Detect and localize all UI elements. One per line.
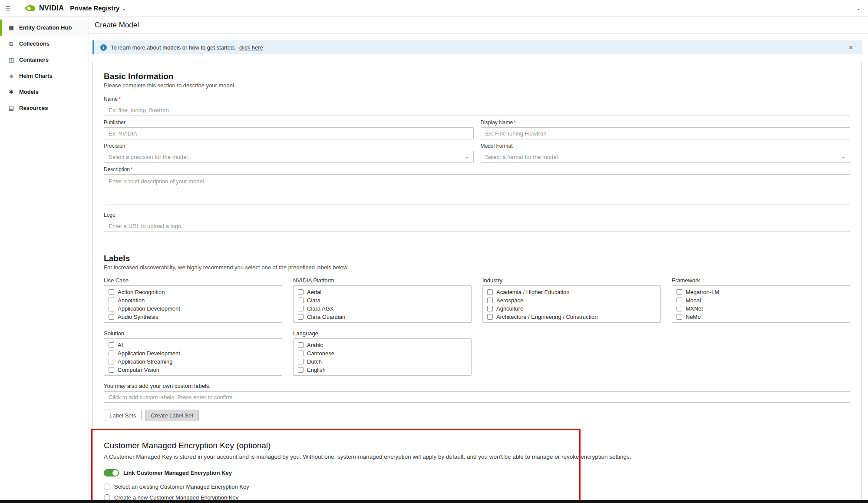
sidebar-item-label: Containers — [19, 56, 49, 63]
cmek-toggle[interactable] — [104, 469, 119, 477]
checkbox-icon[interactable] — [298, 351, 304, 356]
precision-format-row: Precision Select a precision for the mod… — [104, 143, 850, 163]
create-label-set-button[interactable]: Create Label Set — [145, 410, 199, 421]
chevron-down-icon[interactable]: ⌄ — [855, 3, 863, 13]
label-option[interactable]: Clara — [298, 296, 467, 304]
checkbox-icon[interactable] — [677, 306, 682, 311]
label-group: Solution AI Application Development — [104, 331, 282, 376]
label-option[interactable]: Action Recognition — [109, 288, 277, 296]
name-input[interactable] — [104, 104, 850, 116]
description-textarea[interactable] — [104, 174, 850, 205]
label-option-text: Architecture / Engineering / Constructio… — [496, 314, 597, 320]
label-option-text: Megatron-LM — [686, 289, 719, 295]
checkbox-icon[interactable] — [298, 367, 304, 373]
checkbox-icon[interactable] — [298, 298, 304, 303]
radio-icon[interactable] — [104, 483, 110, 490]
label-option[interactable]: Monai — [677, 296, 845, 304]
label-option[interactable]: Application Development — [109, 304, 277, 313]
checkbox-icon[interactable] — [487, 306, 493, 311]
label-option-text: Monai — [686, 297, 701, 304]
label-option[interactable]: AI — [109, 341, 277, 349]
label-group-box: Arabic Cantonese Dutch — [293, 338, 472, 376]
label-option[interactable]: Dutch — [298, 357, 467, 366]
checkbox-icon[interactable] — [109, 342, 114, 348]
label-option[interactable]: MXNet — [677, 304, 845, 313]
label-option-text: MXNet — [686, 305, 703, 312]
label-group-box: AI Application Development Application S… — [104, 338, 282, 376]
containers-icon: ◫ — [8, 56, 15, 63]
description-label: Description* — [104, 166, 850, 172]
label-option[interactable]: Arabic — [298, 341, 467, 349]
checkbox-icon[interactable] — [298, 359, 304, 364]
sidebar-item-collections[interactable]: ⧉ Collections — [0, 36, 89, 52]
checkbox-icon[interactable] — [487, 298, 493, 303]
label-option[interactable]: Agriculture — [487, 304, 656, 313]
label-buttons-row: Label Sets Create Label Set — [104, 410, 850, 421]
label-group-box: Academia / Higher Education Aerospace Ag… — [482, 285, 661, 323]
label-sets-button[interactable]: Label Sets — [104, 410, 142, 421]
checkbox-icon[interactable] — [298, 314, 304, 320]
hamburger-icon[interactable]: ☰ — [5, 5, 14, 12]
label-option-text: English — [307, 367, 326, 373]
label-option[interactable]: Architecture / Engineering / Constructio… — [487, 313, 656, 321]
label-option-text: Arabic — [307, 342, 323, 348]
app-title-label: Private Registry — [70, 4, 119, 12]
label-option[interactable]: Computer Vision — [109, 366, 277, 374]
sidebar-item-resources[interactable]: ▤ Resources — [0, 100, 89, 116]
label-option[interactable]: Cantonese — [298, 349, 467, 357]
banner-link[interactable]: click here — [239, 44, 263, 51]
label-option-text: Aerospace — [496, 297, 523, 304]
checkbox-icon[interactable] — [677, 314, 682, 320]
label-option[interactable]: English — [298, 366, 467, 374]
cmek-radio-existing[interactable]: Select an existing Customer Managed Encr… — [104, 483, 850, 490]
info-banner: i To learn more about models or how to g… — [92, 40, 862, 54]
checkbox-icon[interactable] — [109, 367, 114, 373]
checkbox-icon[interactable] — [677, 289, 682, 295]
label-option[interactable]: Application Development — [109, 349, 277, 357]
sidebar-item-containers[interactable]: ◫ Containers — [0, 52, 89, 68]
label-groups-grid: Use Case Action Recognition Annotation — [104, 278, 850, 376]
sidebar-item-models[interactable]: ✱ Models — [0, 84, 89, 100]
custom-labels-input[interactable] — [104, 391, 850, 403]
label-group-box: Aerial Clara Clara AGX — [293, 285, 472, 323]
checkbox-icon[interactable] — [109, 298, 114, 303]
checkbox-icon[interactable] — [298, 306, 304, 311]
label-option-text: Academia / Higher Education — [496, 289, 569, 295]
cmek-description: A Customer Managed Key is stored in your… — [104, 453, 850, 460]
checkbox-icon[interactable] — [298, 342, 304, 348]
sidebar-item-entity-creation-hub[interactable]: ▦ Entity Creation Hub — [0, 20, 89, 36]
label-option[interactable]: Aerial — [298, 288, 467, 296]
checkbox-icon[interactable] — [109, 314, 114, 320]
label-option[interactable]: NeMo — [677, 313, 845, 321]
precision-select[interactable]: Select a precision for the model. ⌄ — [104, 151, 474, 163]
checkbox-icon[interactable] — [677, 298, 682, 303]
label-option[interactable]: Megatron-LM — [677, 288, 845, 296]
checkbox-icon[interactable] — [298, 289, 304, 295]
label-option[interactable]: Audio Synthesis — [109, 313, 277, 321]
basic-information-subtitle: Please complete this section to describe… — [104, 82, 850, 89]
logo-input[interactable] — [104, 220, 850, 232]
label-option[interactable]: Annotation — [109, 296, 277, 304]
label-option-text: Clara AGX — [307, 305, 333, 312]
display-name-input[interactable] — [481, 127, 851, 139]
registry-switcher[interactable]: Private Registry ⌄ — [70, 4, 126, 12]
label-option[interactable]: Academia / Higher Education — [487, 288, 656, 296]
label-option[interactable]: Clara AGX — [298, 304, 467, 313]
publisher-input[interactable] — [104, 127, 474, 139]
label-option[interactable]: Aerospace — [487, 296, 656, 304]
checkbox-icon[interactable] — [487, 289, 493, 295]
cmek-toggle-label: Link Customer Managed Encryption Key — [123, 470, 232, 476]
checkbox-icon[interactable] — [109, 359, 114, 364]
label-option[interactable]: Application Streaming — [109, 357, 277, 366]
label-group: Language Arabic Cantonese — [293, 331, 472, 376]
checkbox-icon[interactable] — [109, 289, 114, 295]
label-option-text: NeMo — [686, 314, 701, 320]
label-option[interactable]: Clara Guardian — [298, 313, 467, 321]
sidebar-item-helm-charts[interactable]: ⎈ Helm Charts — [0, 68, 89, 84]
model-format-select[interactable]: Select a format for the model. ⌄ — [481, 151, 851, 163]
checkbox-icon[interactable] — [109, 351, 114, 356]
checkbox-icon[interactable] — [109, 306, 114, 311]
close-icon[interactable]: ✕ — [847, 43, 855, 52]
cmek-title: Customer Managed Encryption Key (optiona… — [104, 440, 850, 451]
checkbox-icon[interactable] — [487, 314, 493, 320]
